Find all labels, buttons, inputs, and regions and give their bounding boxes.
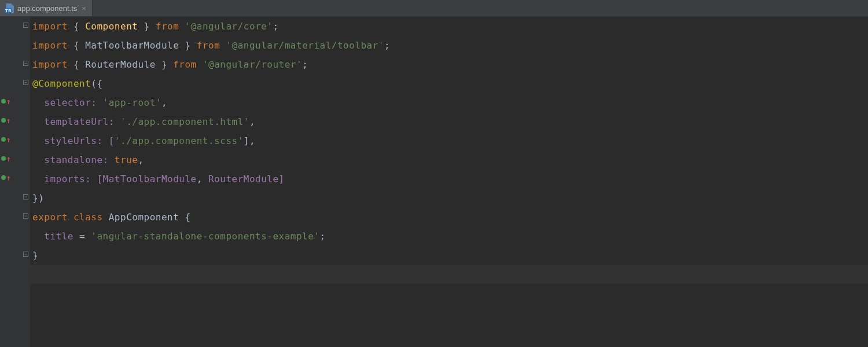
fold-toggle-icon[interactable] xyxy=(23,252,28,257)
gutter-line: ↑ xyxy=(0,150,30,169)
gutter-line xyxy=(0,17,30,36)
fold-toggle-icon[interactable] xyxy=(23,80,28,85)
vcs-change-marker[interactable]: ↑ xyxy=(1,135,13,144)
vcs-change-marker[interactable]: ↑ xyxy=(1,173,13,182)
code-line[interactable]: export class AppComponent { xyxy=(30,208,868,227)
fold-toggle-icon[interactable] xyxy=(23,23,28,28)
gutter-line: ↑ xyxy=(0,131,30,150)
current-line-highlight xyxy=(30,265,868,284)
gutter-line: ↑ xyxy=(0,169,30,189)
code-line[interactable]: templateUrl: './app.component.html', xyxy=(30,112,868,131)
editor-gutter: ↑↑↑↑↑ xyxy=(0,17,30,347)
code-editor[interactable]: ↑↑↑↑↑ import { Component } from '@angula… xyxy=(0,17,868,347)
gutter-line xyxy=(0,189,30,208)
gutter-line: ↑ xyxy=(0,93,30,112)
gutter-line xyxy=(0,74,30,93)
code-line[interactable]: standalone: true, xyxy=(30,150,868,169)
fold-toggle-icon[interactable] xyxy=(23,213,28,219)
code-line[interactable]: import { RouterModule } from '@angular/r… xyxy=(30,55,868,74)
code-line[interactable]: }) xyxy=(30,189,868,208)
code-line[interactable]: title = 'angular-standalone-components-e… xyxy=(30,227,868,246)
close-icon[interactable]: × xyxy=(80,5,87,12)
code-line[interactable]: } xyxy=(30,246,868,265)
tab-filename: app.component.ts xyxy=(17,4,77,13)
gutter-line: ↑ xyxy=(0,112,30,131)
fold-toggle-icon[interactable] xyxy=(23,194,28,200)
gutter-line xyxy=(0,265,30,284)
code-line[interactable]: styleUrls: ['./app.component.scss'], xyxy=(30,131,868,150)
code-line[interactable]: import { MatToolbarModule } from '@angul… xyxy=(30,36,868,55)
gutter-line xyxy=(0,227,30,246)
code-line[interactable]: @Component({ xyxy=(30,74,868,93)
code-line[interactable]: selector: 'app-root', xyxy=(30,93,868,112)
editor-tab[interactable]: app.component.ts × xyxy=(0,0,93,16)
tab-bar: app.component.ts × xyxy=(0,0,868,17)
vcs-change-marker[interactable]: ↑ xyxy=(1,116,13,125)
code-line[interactable]: import { Component } from '@angular/core… xyxy=(30,17,868,36)
code-line[interactable]: imports: [MatToolbarModule, RouterModule… xyxy=(30,169,868,189)
gutter-line xyxy=(0,55,30,74)
gutter-line xyxy=(0,36,30,55)
vcs-change-marker[interactable]: ↑ xyxy=(1,97,13,106)
code-area[interactable]: import { Component } from '@angular/core… xyxy=(30,17,868,347)
gutter-line xyxy=(0,246,30,265)
typescript-file-icon xyxy=(5,3,14,13)
gutter-line xyxy=(0,208,30,227)
fold-toggle-icon[interactable] xyxy=(23,61,28,66)
vcs-change-marker[interactable]: ↑ xyxy=(1,154,13,163)
